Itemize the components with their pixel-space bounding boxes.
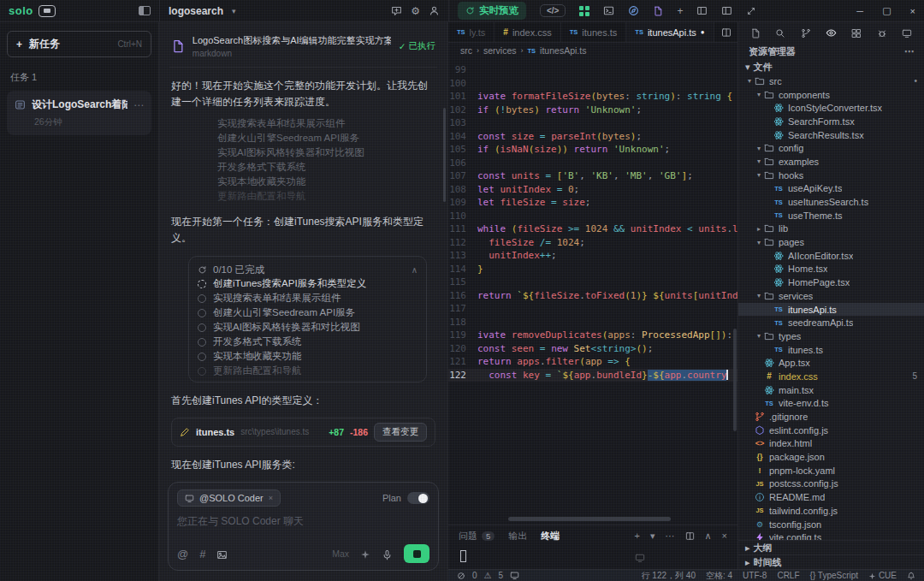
mic-icon[interactable]: [382, 547, 393, 560]
tree-file-postcss.config.js[interactable]: JSpostcss.config.js: [738, 477, 924, 491]
chevron-down-icon[interactable]: ▾: [755, 91, 763, 98]
todo-item[interactable]: 实现AI图标风格转换器和对比视图: [198, 320, 418, 335]
preview-eye-icon[interactable]: [826, 27, 837, 39]
settings-gear-icon[interactable]: ⚙: [411, 5, 420, 17]
code-line[interactable]: 116return `${fileSize.toFixed(1)} ${unit…: [448, 289, 737, 303]
terminal-view[interactable]: [448, 546, 737, 569]
warnings-icon[interactable]: ⚠: [484, 571, 492, 580]
panel-tab-输出[interactable]: 输出: [508, 530, 527, 542]
tree-file-SearchResults.tsx[interactable]: SearchResults.tsx: [738, 128, 924, 142]
new-file-icon[interactable]: [750, 27, 761, 39]
chat-session-dropdown[interactable]: logosearch: [169, 5, 223, 17]
agent-chip[interactable]: @SOLO Coder ×: [177, 489, 281, 507]
task-more-icon[interactable]: ⋯: [133, 99, 144, 111]
errors-icon[interactable]: [457, 571, 465, 580]
chat-input-placeholder[interactable]: 您正在与 SOLO Coder 聊天: [177, 514, 429, 544]
code-line[interactable]: 107const units = ['B', 'KB', 'MB', 'GB']…: [448, 169, 737, 183]
todo-item[interactable]: 实现搜索表单和结果展示组件: [198, 291, 418, 305]
tree-file-SearchForm.tsx[interactable]: SearchForm.tsx: [738, 115, 924, 128]
chevron-down-icon[interactable]: ▾: [755, 332, 763, 340]
tree-file-package.json[interactable]: {}package.json: [738, 450, 924, 464]
tree-file-useTheme.ts[interactable]: TSuseTheme.ts: [738, 209, 924, 222]
file-change-row[interactable]: itunes.ts src\types\itunes.ts +87 -186 查…: [171, 418, 435, 447]
language-mode[interactable]: {} TypeScript: [810, 571, 859, 580]
vertical-scrollbar[interactable]: [733, 329, 737, 431]
compass-icon[interactable]: [628, 5, 639, 16]
tree-folder-config[interactable]: ▾config: [738, 141, 924, 155]
tree-folder-examples[interactable]: ▾examples: [738, 155, 924, 169]
code-view-button[interactable]: </>: [540, 4, 566, 17]
window-maximize-icon[interactable]: ▢: [882, 5, 891, 16]
horizontal-scrollbar[interactable]: [508, 517, 671, 521]
code-line[interactable]: 108let unitIndex = 0;: [448, 183, 737, 197]
eol[interactable]: CRLF: [777, 571, 799, 580]
tree-file-HomePage.tsx[interactable]: HomePage.tsx: [738, 276, 924, 289]
code-line[interactable]: 120const seen = new Set<string>();: [448, 342, 737, 356]
code-line[interactable]: 117: [448, 302, 737, 316]
ports-icon[interactable]: [510, 571, 519, 581]
encoding[interactable]: UTF-8: [743, 571, 767, 580]
document-icon[interactable]: [653, 6, 663, 16]
tree-file-App.tsx[interactable]: App.tsx: [738, 356, 924, 370]
remote-monitor-icon[interactable]: [902, 27, 912, 39]
extensions-grid-icon[interactable]: [579, 6, 589, 16]
layout-left-icon[interactable]: [696, 5, 708, 16]
add-icon[interactable]: +: [677, 5, 683, 17]
breadcrumb-item[interactable]: src: [460, 45, 472, 56]
tree-file-README.md[interactable]: README.md: [738, 490, 924, 504]
tree-folder-lib[interactable]: ▸lib: [738, 222, 924, 236]
stop-generation-button[interactable]: [404, 544, 429, 563]
more-icon[interactable]: ⋯: [666, 531, 675, 542]
tree-file-IconStyleConverter.tsx[interactable]: IconStyleConverter.tsx: [738, 101, 924, 115]
breadcrumb-item[interactable]: itunesApi.ts: [540, 45, 586, 56]
plan-toggle[interactable]: [407, 492, 429, 504]
maximize-panel-icon[interactable]: ∧: [705, 531, 712, 542]
tree-file-vite-env.d.ts[interactable]: TSvite-env.d.ts: [738, 397, 924, 411]
expand-diagonal-icon[interactable]: [746, 6, 756, 16]
code-line[interactable]: 105if (isNaN(size)) return 'Unknown';: [448, 143, 737, 157]
tree-file-.gitignore[interactable]: .gitignore: [738, 410, 924, 424]
files-root[interactable]: ▾ 文件: [738, 60, 924, 74]
editor-tab-ly.ts[interactable]: TSly.ts: [448, 22, 495, 42]
layout-grid-icon[interactable]: [851, 27, 862, 39]
code-line[interactable]: 104const size = parseInt(bytes);: [448, 130, 737, 144]
todo-item[interactable]: 创建火山引擎Seedream API服务: [198, 305, 418, 320]
hash-icon[interactable]: #: [199, 548, 205, 560]
code-line[interactable]: 115: [448, 276, 737, 289]
tree-file-index.css[interactable]: #index.css5: [738, 370, 924, 383]
more-icon[interactable]: ⋯: [904, 46, 914, 57]
code-line[interactable]: 111while (fileSize >= 1024 && unitIndex …: [448, 222, 737, 236]
code-line[interactable]: 100: [448, 77, 737, 91]
window-close-icon[interactable]: ×: [910, 6, 915, 16]
sparkle-icon[interactable]: [360, 548, 370, 560]
timeline-section[interactable]: ▸ 时间线: [738, 554, 924, 569]
code-line[interactable]: 106: [448, 157, 737, 170]
todo-collapse-icon[interactable]: ∧: [412, 265, 418, 275]
code-line[interactable]: 112 fileSize /= 1024;: [448, 236, 737, 250]
account-icon[interactable]: [429, 5, 440, 16]
tree-folder-pages[interactable]: ▾pages: [738, 235, 924, 249]
tree-file-useApiKey.ts[interactable]: TSuseApiKey.ts: [738, 182, 924, 196]
code-line[interactable]: 99: [448, 63, 737, 77]
cue-status[interactable]: CUE: [868, 571, 897, 580]
chevron-down-icon[interactable]: ▾: [755, 145, 763, 152]
tree-file-tsconfig.json[interactable]: ⚙tsconfig.json: [738, 518, 924, 531]
chevron-right-icon[interactable]: ▸: [755, 225, 763, 233]
code-line[interactable]: 118: [448, 316, 737, 329]
code-line[interactable]: 110: [448, 210, 737, 223]
breadcrumb[interactable]: src›services›TSitunesApi.ts: [448, 43, 737, 58]
tree-folder-src[interactable]: ▾src•: [738, 74, 924, 88]
chevron-down-icon[interactable]: ▾: [755, 239, 763, 246]
notifications-bell-icon[interactable]: [907, 571, 915, 580]
tree-file-useItunesSearch.ts[interactable]: TSuseItunesSearch.ts: [738, 195, 924, 209]
code-editor[interactable]: 99100101ivate formatFileSize(bytes: stri…: [448, 58, 737, 525]
tree-file-tailwind.config.js[interactable]: JStailwind.config.js: [738, 504, 924, 518]
attach-image-icon[interactable]: [216, 547, 228, 560]
artifact-card[interactable]: LogoSearch图标搜索与AI编辑功能完整实现方案 markdown ✓ 已…: [169, 27, 437, 68]
window-minimize-icon[interactable]: ─: [856, 6, 863, 16]
panel-tab-终端[interactable]: 终端: [541, 530, 560, 542]
tree-file-main.tsx[interactable]: main.tsx: [738, 383, 924, 397]
mention-icon[interactable]: @: [177, 548, 188, 560]
source-control-icon[interactable]: [801, 27, 811, 39]
todo-item[interactable]: 更新路由配置和导航: [198, 364, 418, 378]
